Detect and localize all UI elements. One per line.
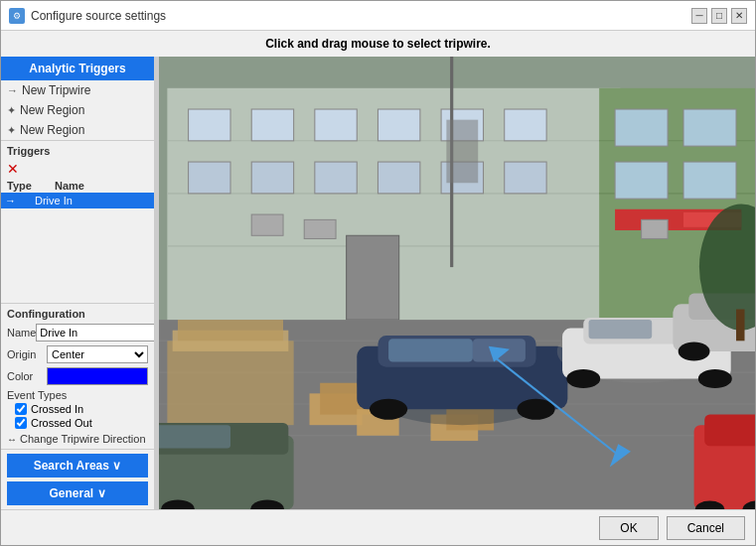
name-label: Name bbox=[7, 327, 36, 339]
svg-rect-24 bbox=[683, 162, 736, 199]
region2-icon: ✦ bbox=[7, 124, 16, 137]
name-col-header: Name bbox=[55, 180, 84, 192]
crossed-out-label: Crossed Out bbox=[31, 417, 92, 429]
footer-bar: OK Cancel bbox=[1, 509, 755, 545]
crossed-out-checkbox[interactable] bbox=[15, 417, 27, 429]
svg-rect-68 bbox=[251, 214, 283, 235]
svg-point-55 bbox=[679, 341, 710, 360]
sidebar-item-label-tripwire: New Tripwire bbox=[22, 83, 90, 97]
maximize-button[interactable]: □ bbox=[711, 8, 727, 24]
svg-rect-39 bbox=[178, 320, 283, 341]
triggers-label: Triggers bbox=[1, 141, 154, 159]
canvas-area bbox=[159, 57, 755, 509]
app-icon: ⚙ bbox=[9, 8, 25, 24]
svg-rect-37 bbox=[167, 341, 293, 425]
cancel-button[interactable]: Cancel bbox=[667, 516, 745, 540]
bottom-buttons: Search Areas ∨ General ∨ bbox=[1, 449, 154, 509]
svg-rect-17 bbox=[378, 162, 419, 194]
svg-rect-15 bbox=[251, 162, 293, 194]
crossed-in-row: Crossed In bbox=[15, 403, 148, 415]
sidebar-item-label-region2: New Region bbox=[20, 123, 84, 137]
title-bar-controls: ─ □ ✕ bbox=[691, 8, 747, 24]
origin-label: Origin bbox=[7, 348, 47, 360]
header-instruction: Click and drag mouse to select tripwire. bbox=[1, 31, 755, 57]
svg-point-45 bbox=[370, 399, 407, 420]
svg-rect-20 bbox=[347, 235, 399, 320]
triggers-section: Triggers ✕ Type Name → Drive In bbox=[1, 140, 154, 208]
search-areas-button[interactable]: Search Areas ∨ bbox=[7, 454, 148, 478]
tripwire-direction-label: Change Tripwire Direction bbox=[20, 433, 146, 445]
color-picker[interactable] bbox=[47, 367, 148, 385]
crossed-in-checkbox[interactable] bbox=[15, 403, 27, 415]
tripwire-direction-icon: ↔ bbox=[7, 434, 17, 445]
name-input[interactable] bbox=[36, 324, 155, 341]
sidebar-header: Analytic Triggers bbox=[1, 57, 154, 80]
main-content: Analytic Triggers → New Tripwire ✦ New R… bbox=[1, 57, 755, 509]
svg-rect-43 bbox=[388, 339, 473, 361]
svg-rect-11 bbox=[378, 109, 419, 141]
svg-rect-16 bbox=[315, 162, 357, 194]
region1-icon: ✦ bbox=[7, 104, 16, 117]
change-tripwire-direction-button[interactable]: ↔ Change Tripwire Direction bbox=[7, 433, 148, 445]
window-title: Configure source settings bbox=[31, 9, 166, 23]
sidebar-item-new-region-2[interactable]: ✦ New Region bbox=[1, 120, 154, 140]
origin-row: Origin Center Top Bottom Left Right bbox=[7, 345, 148, 363]
svg-rect-58 bbox=[704, 415, 755, 447]
sidebar-item-label-region1: New Region bbox=[20, 103, 84, 117]
main-window: ⚙ Configure source settings ─ □ ✕ Click … bbox=[0, 0, 756, 546]
trigger-type-icon: → bbox=[5, 195, 35, 206]
close-button[interactable]: ✕ bbox=[731, 8, 747, 24]
svg-rect-10 bbox=[315, 109, 357, 141]
general-button[interactable]: General ∨ bbox=[7, 481, 148, 505]
svg-point-52 bbox=[698, 369, 732, 388]
color-label: Color bbox=[7, 370, 47, 382]
crossed-out-row: Crossed Out bbox=[15, 417, 148, 429]
trigger-table-header: Type Name bbox=[1, 179, 154, 193]
svg-rect-9 bbox=[251, 109, 293, 141]
svg-rect-13 bbox=[505, 109, 546, 141]
ok-button[interactable]: OK bbox=[599, 516, 658, 540]
trigger-name: Drive In bbox=[35, 195, 150, 206]
svg-rect-67 bbox=[446, 120, 478, 184]
svg-rect-69 bbox=[304, 219, 336, 238]
event-types-label: Event Types bbox=[7, 389, 148, 401]
svg-rect-70 bbox=[642, 219, 669, 238]
sidebar: Analytic Triggers → New Tripwire ✦ New R… bbox=[1, 57, 155, 509]
camera-feed[interactable] bbox=[159, 57, 755, 509]
delete-trigger-button[interactable]: ✕ bbox=[1, 159, 154, 179]
svg-point-51 bbox=[566, 369, 600, 388]
svg-rect-75 bbox=[736, 310, 744, 341]
name-row: Name bbox=[7, 324, 148, 341]
svg-rect-22 bbox=[683, 109, 736, 146]
minimize-button[interactable]: ─ bbox=[691, 8, 707, 24]
svg-point-46 bbox=[517, 399, 554, 420]
svg-rect-23 bbox=[615, 162, 668, 199]
sidebar-item-new-tripwire[interactable]: → New Tripwire bbox=[1, 80, 154, 100]
svg-rect-63 bbox=[159, 425, 230, 448]
trigger-row-drivein[interactable]: → Drive In bbox=[1, 193, 154, 208]
title-bar-left: ⚙ Configure source settings bbox=[9, 8, 166, 24]
type-col-header: Type bbox=[7, 180, 47, 192]
origin-select[interactable]: Center Top Bottom Left Right bbox=[47, 345, 148, 363]
svg-rect-19 bbox=[505, 162, 546, 194]
config-section: Confinguration Name Origin Center Top Bo… bbox=[1, 303, 154, 449]
title-bar: ⚙ Configure source settings ─ □ ✕ bbox=[1, 1, 755, 31]
svg-rect-14 bbox=[189, 162, 230, 194]
scene-svg bbox=[159, 57, 755, 509]
svg-rect-8 bbox=[189, 109, 230, 141]
config-title: Confinguration bbox=[7, 308, 148, 320]
crossed-in-label: Crossed In bbox=[31, 403, 83, 415]
color-row: Color bbox=[7, 367, 148, 385]
sidebar-item-new-region-1[interactable]: ✦ New Region bbox=[1, 100, 154, 120]
svg-rect-50 bbox=[589, 320, 653, 339]
tripwire-icon: → bbox=[7, 84, 18, 96]
svg-rect-21 bbox=[615, 109, 668, 146]
